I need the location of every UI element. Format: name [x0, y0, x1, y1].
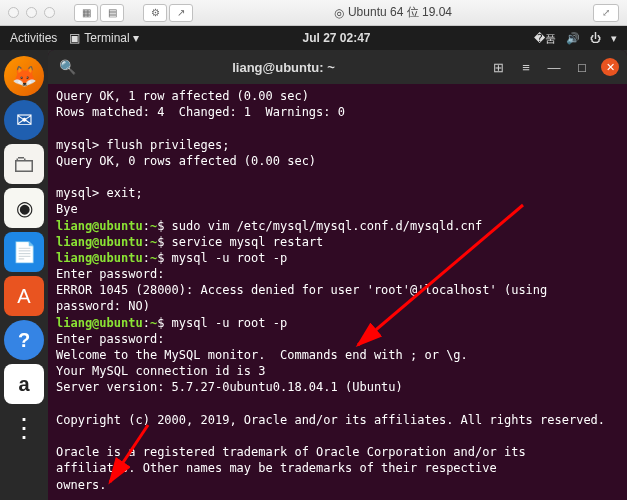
mac-toolbar-button[interactable]: ↗ [169, 4, 193, 22]
ubuntu-top-bar: Activities ▣ Terminal ▾ Jul 27 02:47 �품 … [0, 26, 627, 50]
terminal-titlebar: 🔍 liang@ubuntu: ~ ⊞ ≡ — □ ✕ [48, 50, 627, 84]
terminal-line: liang@ubuntu:~$ service mysql restart [56, 234, 619, 250]
terminal-line: ERROR 1045 (28000): Access denied for us… [56, 282, 619, 314]
terminal-line: mysql> exit; [56, 185, 619, 201]
dock-ubuntu-software-icon[interactable]: A [4, 276, 44, 316]
close-button[interactable]: ✕ [601, 58, 619, 76]
terminal-line [56, 120, 619, 136]
terminal-window: 🔍 liang@ubuntu: ~ ⊞ ≡ — □ ✕ Query OK, 1 … [48, 50, 627, 500]
app-menu[interactable]: ▣ Terminal ▾ [69, 31, 139, 45]
terminal-line: mysql> flush privileges; [56, 137, 619, 153]
dock-thunderbird-icon[interactable]: ✉ [4, 100, 44, 140]
terminal-line: liang@ubuntu:~$ mysql -u root -p [56, 250, 619, 266]
maximize-button[interactable]: □ [573, 58, 591, 76]
menu-icon[interactable]: ≡ [517, 58, 535, 76]
terminal-line: Bye [56, 201, 619, 217]
dock-help-icon[interactable]: ? [4, 320, 44, 360]
terminal-line: liang@ubuntu:~$ sudo vim /etc/mysql/mysq… [56, 218, 619, 234]
minimize-button[interactable]: — [545, 58, 563, 76]
terminal-line [56, 493, 619, 500]
activities-button[interactable]: Activities [10, 31, 57, 45]
terminal-line: Rows matched: 4 Changed: 1 Warnings: 0 [56, 104, 619, 120]
terminal-line: Enter password: [56, 266, 619, 282]
terminal-output[interactable]: Query OK, 1 row affected (0.00 sec)Rows … [48, 84, 627, 500]
ubuntu-dock: 🦊 ✉ 🗀 ◉ 📄 A ? a ⋮⋮⋮ [0, 50, 48, 500]
terminal-line: affiliates. Other names may be trademark… [56, 460, 619, 476]
desktop: 🦊 ✉ 🗀 ◉ 📄 A ? a ⋮⋮⋮ 🔍 liang@ubuntu: ~ ⊞ … [0, 50, 627, 500]
system-status-area[interactable]: �품 🔊 ⏻ ▾ [534, 31, 617, 46]
mac-close-button[interactable] [8, 7, 19, 18]
terminal-line: Copyright (c) 2000, 2019, Oracle and/or … [56, 412, 619, 428]
dock-amazon-icon[interactable]: a [4, 364, 44, 404]
terminal-line: Welcome to the MySQL monitor. Commands e… [56, 347, 619, 363]
new-tab-button[interactable]: ⊞ [489, 58, 507, 76]
dock-firefox-icon[interactable]: 🦊 [4, 56, 44, 96]
mac-window-title: ◎ Ubuntu 64 位 19.04 [200, 4, 586, 21]
terminal-line: Server version: 5.7.27-0ubuntu0.18.04.1 … [56, 379, 619, 395]
terminal-line: Oracle is a registered trademark of Orac… [56, 444, 619, 460]
clock[interactable]: Jul 27 02:47 [139, 31, 534, 45]
mac-window-titlebar: ▦ ▤ ⚙ ↗ ◎ Ubuntu 64 位 19.04 ⤢ [0, 0, 627, 26]
disc-icon: ◎ [334, 6, 344, 20]
search-icon[interactable]: 🔍 [56, 59, 78, 75]
terminal-line: Query OK, 1 row affected (0.00 sec) [56, 88, 619, 104]
terminal-line: Enter password: [56, 331, 619, 347]
mac-toolbar-button[interactable]: ▦ [74, 4, 98, 22]
terminal-line: liang@ubuntu:~$ mysql -u root -p [56, 315, 619, 331]
terminal-title: liang@ubuntu: ~ [78, 60, 489, 75]
mac-zoom-button[interactable] [44, 7, 55, 18]
mac-traffic-lights [8, 7, 55, 18]
mac-toolbar-group-left: ▦ ▤ [74, 4, 124, 22]
dock-libreoffice-writer-icon[interactable]: 📄 [4, 232, 44, 272]
terminal-line [56, 396, 619, 412]
mac-toolbar-button-right[interactable]: ⤢ [593, 4, 619, 22]
dock-show-apps-icon[interactable]: ⋮⋮⋮ [4, 408, 44, 448]
terminal-line: Your MySQL connection id is 3 [56, 363, 619, 379]
terminal-icon: ▣ [69, 31, 80, 45]
terminal-line [56, 169, 619, 185]
network-icon: �품 [534, 31, 556, 46]
terminal-line [56, 428, 619, 444]
mac-toolbar-group: ⚙ ↗ [143, 4, 193, 22]
dock-files-icon[interactable]: 🗀 [4, 144, 44, 184]
volume-icon: 🔊 [566, 32, 580, 45]
terminal-line: Query OK, 0 rows affected (0.00 sec) [56, 153, 619, 169]
mac-toolbar-button[interactable]: ▤ [100, 4, 124, 22]
power-icon: ⏻ [590, 32, 601, 44]
chevron-down-icon: ▾ [611, 32, 617, 45]
mac-minimize-button[interactable] [26, 7, 37, 18]
mac-toolbar-button[interactable]: ⚙ [143, 4, 167, 22]
terminal-line: owners. [56, 477, 619, 493]
dock-rhythmbox-icon[interactable]: ◉ [4, 188, 44, 228]
